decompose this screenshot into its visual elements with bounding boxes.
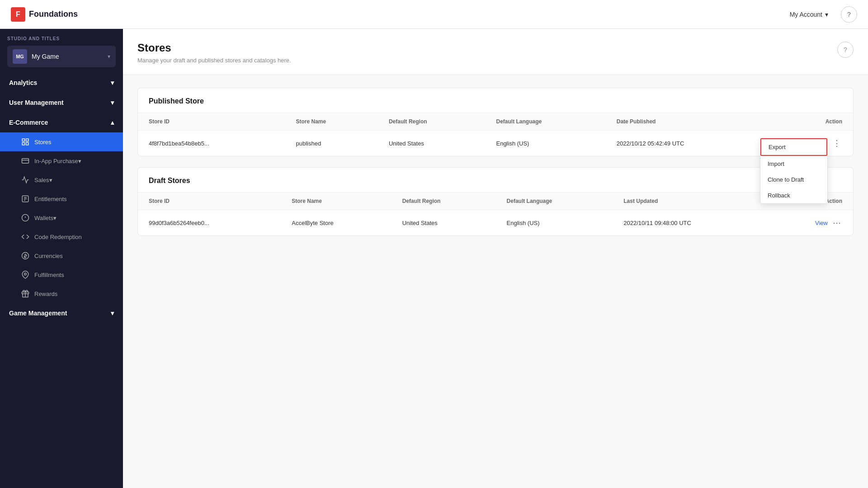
table-row: 99d0f3a6b5264feeb0... AccelByte Store Un…	[138, 210, 853, 236]
published-dropdown-menu: Export Import Clone to Draft Rollback	[760, 138, 828, 204]
published-store-header: Published Store	[138, 88, 853, 113]
published-store-header-row: Store ID Store Name Default Region Defau…	[138, 113, 853, 131]
dropdown-clone-to-draft[interactable]: Clone to Draft	[760, 172, 827, 188]
sidebar-item-wallets[interactable]: Wallets ▾	[0, 208, 123, 227]
chevron-up-icon: ▴	[111, 119, 114, 126]
main-content: Stores Manage your draft and published s…	[123, 29, 868, 488]
page-header-text: Stores Manage your draft and published s…	[137, 42, 291, 64]
published-date: 2022/10/12 05:42:49 UTC	[606, 131, 766, 156]
sidebar: Studio and Titles MG My Game ▾ Analytics…	[0, 29, 123, 488]
dropdown-export[interactable]: Export	[760, 138, 827, 156]
chevron-down-icon: ▾	[108, 53, 110, 60]
wallets-icon	[21, 213, 30, 222]
dropdown-import[interactable]: Import	[760, 156, 827, 172]
page-subtitle: Manage your draft and published stores a…	[137, 57, 291, 64]
col-default-language: Default Language	[485, 113, 605, 131]
sidebar-item-stores[interactable]: Stores	[0, 132, 123, 151]
studio-section: Studio and Titles MG My Game ▾	[0, 29, 123, 71]
logo: F Foundations	[11, 7, 78, 22]
dropdown-rollback[interactable]: Rollback	[760, 188, 827, 203]
sidebar-item-in-app-purchase[interactable]: In-App Purchase ▾	[0, 151, 123, 170]
sales-item-left: Sales	[21, 175, 49, 184]
published-store-name: published	[285, 131, 377, 156]
entitlements-item-left: Entitlements	[21, 194, 67, 203]
currencies-label: Currencies	[34, 253, 63, 259]
header-right: My Account ▾ ?	[784, 6, 857, 23]
my-account-button[interactable]: My Account ▾	[784, 7, 834, 22]
page-header: Stores Manage your draft and published s…	[123, 29, 868, 75]
svg-point-16	[24, 273, 27, 275]
page-title: Stores	[137, 42, 291, 54]
sales-label: Sales	[34, 177, 49, 183]
draft-stores-tbody: 99d0f3a6b5264feeb0... AccelByte Store Un…	[138, 210, 853, 236]
published-store-tbody: 4f8f7bd1bea54b8eb5... published United S…	[138, 131, 853, 156]
draft-default-language: English (US)	[496, 210, 613, 236]
logo-icon: F	[11, 7, 25, 22]
col-store-id: Store ID	[138, 113, 285, 131]
published-store-table: Store ID Store Name Default Region Defau…	[138, 113, 853, 156]
sidebar-item-rewards[interactable]: Rewards	[0, 284, 123, 303]
svg-rect-1	[26, 139, 28, 141]
draft-col-store-id: Store ID	[138, 192, 281, 210]
draft-more-button[interactable]: ⋯	[831, 217, 842, 228]
sidebar-item-entitlements[interactable]: Entitlements	[0, 189, 123, 208]
sidebar-item-user-management[interactable]: User Management ▾	[0, 93, 123, 113]
wallets-item-left: Wallets	[21, 213, 53, 222]
draft-col-default-region: Default Region	[392, 192, 496, 210]
sidebar-item-ecommerce[interactable]: E-Commerce ▴	[0, 113, 123, 132]
draft-default-region: United States	[392, 210, 496, 236]
chevron-down-icon: ▾	[111, 79, 114, 86]
stores-icon	[21, 137, 30, 146]
rewards-label: Rewards	[34, 291, 57, 297]
game-management-label: Game Management	[9, 310, 67, 317]
chevron-down-icon: ▾	[53, 215, 57, 221]
col-action: Action	[766, 113, 853, 131]
rewards-item-left: Rewards	[21, 289, 57, 298]
sidebar-item-fulfillments[interactable]: Fulfillments	[0, 265, 123, 284]
sidebar-item-analytics[interactable]: Analytics ▾	[0, 73, 123, 93]
draft-col-store-name: Store Name	[281, 192, 391, 210]
ecommerce-label: E-Commerce	[9, 119, 48, 126]
sidebar-item-game-management[interactable]: Game Management ▾	[0, 303, 123, 323]
code-redemption-label: Code Redemption	[34, 234, 82, 240]
draft-stores-table: Store ID Store Name Default Region Defau…	[138, 192, 853, 235]
draft-last-updated: 2022/10/11 09:48:00 UTC	[613, 210, 768, 236]
wallets-label: Wallets	[34, 215, 53, 221]
sales-icon	[21, 175, 30, 184]
draft-store-name: AccelByte Store	[281, 210, 391, 236]
code-redemption-item-left: Code Redemption	[21, 232, 82, 241]
published-more-button[interactable]: ⋮	[831, 138, 842, 149]
sidebar-item-code-redemption[interactable]: Code Redemption	[0, 227, 123, 246]
published-store-section: Published Store Store ID Store Name Defa…	[137, 88, 854, 156]
svg-rect-4	[22, 159, 29, 164]
iap-item-left: In-App Purchase	[21, 156, 78, 165]
draft-stores-thead: Store ID Store Name Default Region Defau…	[138, 192, 853, 210]
published-store-id: 4f8f7bd1bea54b8eb5...	[138, 131, 285, 156]
chevron-down-icon: ▾	[825, 11, 828, 18]
chevron-down-icon: ▾	[111, 99, 114, 106]
page-help-button[interactable]: ?	[837, 42, 854, 58]
stores-item-left: Stores	[21, 137, 52, 146]
game-name: My Game	[32, 53, 103, 60]
fulfillments-icon	[21, 270, 30, 279]
sidebar-item-currencies[interactable]: Currencies	[0, 246, 123, 265]
svg-rect-3	[26, 143, 28, 145]
header: F Foundations My Account ▾ ?	[0, 0, 868, 29]
rewards-icon	[21, 289, 30, 298]
analytics-label: Analytics	[9, 79, 37, 86]
help-button[interactable]: ?	[841, 6, 857, 23]
draft-stores-header-row: Store ID Store Name Default Region Defau…	[138, 192, 853, 210]
chevron-down-icon: ▾	[78, 158, 81, 164]
iap-icon	[21, 156, 30, 165]
fulfillments-label: Fulfillments	[34, 272, 64, 278]
svg-rect-2	[22, 143, 24, 145]
game-selector[interactable]: MG My Game ▾	[7, 46, 116, 67]
entitlements-label: Entitlements	[34, 196, 67, 202]
help-icon: ?	[847, 11, 851, 18]
draft-col-last-updated: Last Updated	[613, 192, 768, 210]
sidebar-item-sales[interactable]: Sales ▾	[0, 170, 123, 189]
published-store-thead: Store ID Store Name Default Region Defau…	[138, 113, 853, 131]
svg-rect-0	[22, 139, 24, 141]
draft-view-link[interactable]: View	[815, 220, 828, 226]
draft-store-id: 99d0f3a6b5264feeb0...	[138, 210, 281, 236]
